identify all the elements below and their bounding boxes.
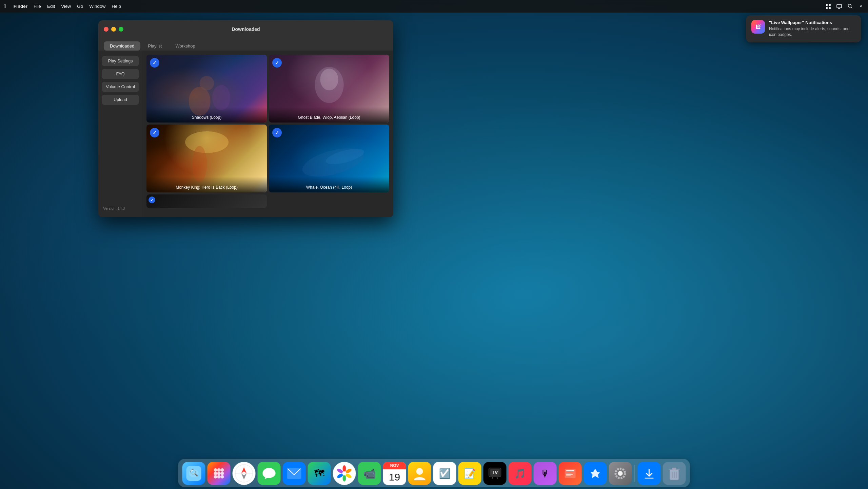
check-badge-whale: ✓ bbox=[272, 128, 282, 137]
svg-point-25 bbox=[221, 468, 224, 472]
calendar-day: 19 bbox=[389, 469, 400, 485]
svg-rect-55 bbox=[566, 473, 572, 473]
svg-text:TV: TV bbox=[492, 470, 498, 475]
svg-point-16 bbox=[185, 131, 229, 153]
svg-point-24 bbox=[217, 468, 221, 472]
menubar-go[interactable]: Go bbox=[77, 4, 83, 9]
window-body: Play Settings FAQ Volume Control Upload … bbox=[98, 51, 393, 217]
check-badge-shadows: ✓ bbox=[150, 58, 159, 68]
dock-podcasts[interactable]: 🎙 bbox=[534, 462, 557, 485]
wallpaper-card-shadows[interactable]: ✓ Shadows (Loop) bbox=[146, 55, 267, 123]
menubar:  Finder File Edit View Go Window Help bbox=[0, 0, 868, 13]
app-window: Downloaded Downloaded Playlist Workshop … bbox=[98, 20, 393, 217]
svg-line-8 bbox=[851, 7, 852, 8]
dock-news[interactable] bbox=[559, 462, 582, 485]
wallpaper-grid: ✓ Shadows (Loop) ✓ Ghost Blade, Wlop, Ae… bbox=[142, 51, 393, 217]
svg-line-51 bbox=[497, 477, 498, 479]
svg-point-27 bbox=[217, 472, 221, 475]
apple-menu[interactable]:  bbox=[4, 3, 6, 10]
menubar-help[interactable]: Help bbox=[112, 4, 121, 9]
notification-app-icon: 🖼 bbox=[751, 20, 765, 34]
dock-divider bbox=[635, 465, 635, 482]
tab-downloaded[interactable]: Downloaded bbox=[104, 41, 140, 51]
notification-title: "Live Wallpaper" Notifications bbox=[769, 20, 856, 25]
upload-button[interactable]: Upload bbox=[102, 95, 139, 105]
maximize-button[interactable] bbox=[119, 27, 123, 32]
wallpaper-card-whale[interactable]: ✓ Whale, Ocean (4K, Loop) bbox=[269, 125, 389, 192]
svg-text:🖼: 🖼 bbox=[755, 24, 761, 30]
close-button[interactable] bbox=[104, 27, 108, 32]
dock-mail[interactable] bbox=[283, 462, 306, 485]
svg-rect-56 bbox=[566, 474, 573, 475]
dock-finder[interactable]: 🔍 bbox=[182, 462, 205, 485]
dock-facetime[interactable]: 📹 bbox=[358, 462, 381, 485]
dock-music[interactable]: 🎵 bbox=[509, 462, 532, 485]
svg-rect-4 bbox=[837, 4, 842, 8]
wallpaper-card-monkey[interactable]: ✓ Monkey King: Hero Is Back (Loop) bbox=[146, 125, 267, 192]
dock-reminders[interactable]: ☑️ bbox=[433, 462, 456, 485]
svg-point-15 bbox=[320, 69, 338, 90]
calendar-month: NOV bbox=[383, 462, 406, 469]
search-icon[interactable] bbox=[847, 3, 853, 10]
menubar-edit[interactable]: Edit bbox=[47, 4, 55, 9]
check-badge-partial: ✓ bbox=[149, 196, 155, 203]
dock-downloads[interactable] bbox=[638, 462, 661, 485]
svg-text:🔍: 🔍 bbox=[190, 469, 198, 477]
svg-point-12 bbox=[212, 85, 230, 110]
svg-point-23 bbox=[214, 468, 217, 472]
svg-point-31 bbox=[221, 475, 224, 478]
wallpaper-card-partial[interactable]: ✓ bbox=[146, 194, 267, 208]
svg-line-50 bbox=[492, 477, 493, 479]
svg-point-29 bbox=[214, 475, 217, 478]
control-center-icon[interactable] bbox=[825, 3, 831, 10]
svg-rect-57 bbox=[566, 475, 571, 476]
dock: 🔍 bbox=[178, 459, 690, 487]
svg-point-43 bbox=[343, 475, 346, 482]
dock-tv[interactable]: TV bbox=[484, 462, 507, 485]
dock-notes[interactable]: 📝 bbox=[458, 462, 481, 485]
minimize-button[interactable] bbox=[111, 27, 116, 32]
menubar-view[interactable]: View bbox=[61, 4, 71, 9]
dock-maps[interactable]: 🗺 bbox=[308, 462, 331, 485]
dock-messages[interactable] bbox=[258, 462, 281, 485]
dock-system-preferences[interactable] bbox=[609, 462, 632, 485]
dock-photos[interactable] bbox=[333, 462, 356, 485]
faq-button[interactable]: FAQ bbox=[102, 69, 139, 79]
svg-point-46 bbox=[342, 471, 347, 475]
wallpaper-label-shadows: Shadows (Loop) bbox=[146, 107, 267, 123]
window-buttons bbox=[104, 27, 123, 32]
menubar-file[interactable]: File bbox=[34, 4, 41, 9]
dock-appstore[interactable] bbox=[584, 462, 607, 485]
wallpaper-label-ghost: Ghost Blade, Wlop, Aeolian (Loop) bbox=[269, 107, 389, 123]
menubar-app-name[interactable]: Finder bbox=[14, 4, 27, 9]
volume-control-button[interactable]: Volume Control bbox=[102, 82, 139, 92]
wallpaper-label-whale: Whale, Ocean (4K, Loop) bbox=[269, 177, 389, 192]
tab-workshop[interactable]: Workshop bbox=[169, 41, 201, 51]
svg-point-13 bbox=[199, 76, 214, 91]
version-label: Version: 14.3 bbox=[102, 205, 139, 212]
svg-point-30 bbox=[217, 475, 221, 478]
dock-contacts[interactable] bbox=[408, 462, 431, 485]
check-badge-monkey: ✓ bbox=[150, 128, 159, 137]
dock-launchpad[interactable] bbox=[208, 462, 231, 485]
dock-calendar[interactable]: NOV 19 bbox=[383, 462, 406, 485]
siri-icon[interactable]: ⚬ bbox=[858, 3, 864, 10]
svg-point-19 bbox=[324, 146, 366, 167]
svg-point-7 bbox=[848, 4, 851, 7]
svg-rect-2 bbox=[826, 7, 828, 9]
play-settings-button[interactable]: Play Settings bbox=[102, 56, 139, 66]
check-badge-ghost: ✓ bbox=[272, 58, 282, 68]
notification-banner: 🖼 "Live Wallpaper" Notifications Notific… bbox=[746, 15, 861, 42]
wallpaper-card-ghost[interactable]: ✓ Ghost Blade, Wlop, Aeolian (Loop) bbox=[269, 55, 389, 123]
tab-bar: Downloaded Playlist Workshop bbox=[98, 38, 393, 51]
display-icon[interactable] bbox=[836, 3, 842, 10]
svg-point-26 bbox=[214, 472, 217, 475]
notification-content: "Live Wallpaper" Notifications Notificat… bbox=[769, 20, 856, 38]
dock-trash[interactable] bbox=[663, 462, 686, 485]
svg-point-58 bbox=[618, 471, 623, 476]
svg-point-18 bbox=[299, 143, 367, 182]
svg-point-47 bbox=[416, 468, 423, 475]
dock-safari[interactable] bbox=[233, 462, 256, 485]
tab-playlist[interactable]: Playlist bbox=[142, 41, 168, 51]
menubar-window[interactable]: Window bbox=[89, 4, 105, 9]
